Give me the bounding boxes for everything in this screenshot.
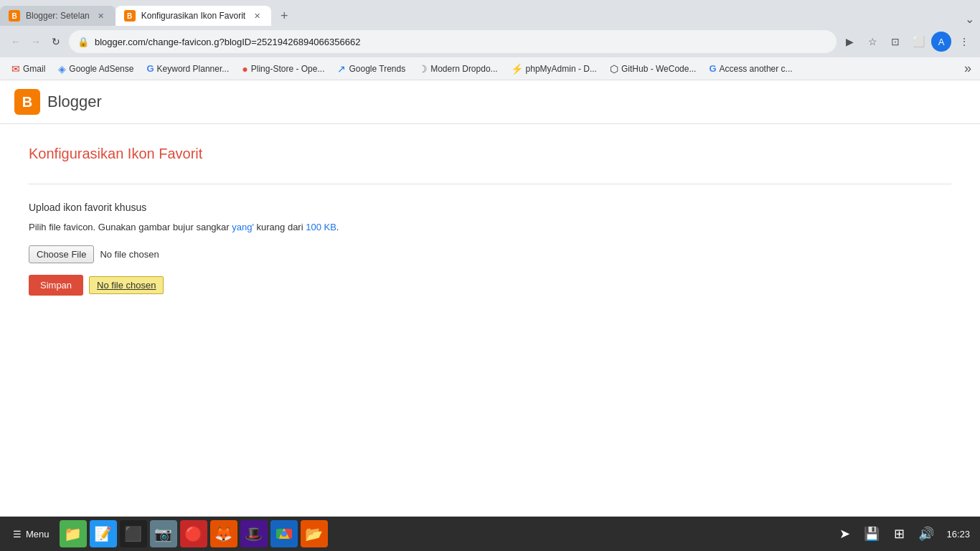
reading-mode-icon[interactable]: ⊡	[885, 32, 905, 52]
no-file-chosen-badge[interactable]: No file chosen	[89, 276, 164, 294]
bookmark-phpmyadmin[interactable]: ⚡ phpMyAdmin - D...	[505, 61, 603, 77]
tab-close-1[interactable]: ✕	[95, 10, 107, 22]
blogger-header: B Blogger	[0, 80, 980, 124]
taskbar-app-camera[interactable]: 📷	[150, 520, 177, 547]
taskbar-app-files[interactable]: 📁	[60, 520, 87, 547]
bookmark-star-icon[interactable]: ☆	[862, 32, 882, 52]
phpmyadmin-icon: ⚡	[511, 63, 523, 75]
taskbar: ☰ Menu 📁 📝 ⬛ 📷 🔴 🦊 🎩 📂 ➤ 💾 ⊞ 🔊 16	[0, 517, 980, 551]
lock-icon: 🔒	[77, 37, 89, 47]
taskbar-app-text[interactable]: 📝	[90, 520, 117, 547]
tab-list-chevron[interactable]: ⌄	[965, 12, 980, 26]
pling-icon: ●	[242, 63, 248, 75]
bookmark-phpmyadmin-label: phpMyAdmin - D...	[526, 64, 597, 74]
address-actions: ▶ ☆ ⊡ ⬜ A ⋮	[839, 32, 974, 52]
bookmarks-bar: ✉ Gmail ◈ Google AdSense G Keyword Plann…	[0, 57, 980, 80]
tab-favicon-2: B	[124, 10, 136, 22]
bookmark-adsense[interactable]: ◈ Google AdSense	[52, 61, 139, 77]
bookmarks-more-button[interactable]: »	[961, 61, 974, 76]
svg-point-2	[281, 531, 287, 537]
bookmark-keyword[interactable]: G Keyword Planner...	[141, 61, 235, 76]
keyword-icon: G	[146, 63, 154, 74]
bookmark-trends[interactable]: ↗ Google Trends	[331, 61, 411, 77]
address-bar: ← → ↻ 🔒 ▶ ☆ ⊡ ⬜ A ⋮	[0, 26, 980, 57]
file-input-row: Choose File No file chosen	[29, 245, 951, 263]
bookmark-modern[interactable]: ☽ Modern Dropdo...	[413, 61, 503, 77]
bookmark-gmail[interactable]: ✉ Gmail	[6, 61, 51, 77]
bookmark-pling-label: Pling-Store - Ope...	[251, 64, 325, 74]
profile-button[interactable]: A	[931, 32, 951, 52]
page-title: Konfigurasikan Ikon Favorit	[29, 146, 951, 162]
tab-blogger-setelan[interactable]: B Blogger: Setelan ✕	[0, 6, 116, 26]
taskbar-app-folder2[interactable]: 📂	[301, 520, 328, 547]
upload-section-label: Upload ikon favorit khusus	[29, 202, 951, 213]
taskbar-app-terminal[interactable]: ⬛	[120, 520, 147, 547]
page-area: B Blogger Konfigurasikan Ikon Favorit Up…	[0, 80, 980, 517]
choose-file-button[interactable]: Choose File	[29, 245, 94, 263]
taskbar-display-icon[interactable]: ⊞	[887, 522, 910, 545]
taskbar-app-firefox[interactable]: 🦊	[210, 520, 237, 547]
bookmark-modern-label: Modern Dropdo...	[430, 64, 497, 74]
menu-hamburger-icon: ☰	[13, 529, 22, 540]
taskbar-app-hat[interactable]: 🎩	[240, 520, 268, 547]
bookmark-access-label: Access another c...	[720, 64, 793, 74]
section-divider	[29, 184, 951, 184]
screenshot-icon[interactable]: ⬜	[908, 32, 928, 52]
tab-favicon-1: B	[9, 10, 20, 22]
modern-icon: ☽	[418, 63, 428, 75]
blogger-logo: B	[14, 89, 40, 115]
taskbar-menu-label: Menu	[26, 529, 50, 540]
bookmark-adsense-label: Google AdSense	[69, 64, 133, 74]
taskbar-arrow-icon[interactable]: ➤	[833, 522, 856, 545]
nav-forward-button[interactable]: →	[26, 32, 46, 52]
nav-reload-button[interactable]: ↻	[46, 32, 66, 52]
bookmark-github[interactable]: ⬡ GitHub - WeCode...	[604, 61, 702, 77]
taskbar-time: 16:23	[942, 529, 974, 540]
taskbar-storage-icon[interactable]: 💾	[860, 522, 883, 545]
file-info-link[interactable]: yang'	[232, 222, 254, 232]
file-size: 100 KB	[306, 222, 336, 232]
bookmark-gmail-label: Gmail	[23, 64, 45, 74]
blogger-logo-text: B	[22, 94, 32, 110]
bookmark-access[interactable]: G Access another c...	[703, 61, 798, 76]
address-input-wrap[interactable]: 🔒	[69, 30, 837, 53]
save-button[interactable]: Simpan	[29, 275, 83, 296]
main-content: Konfigurasikan Ikon Favorit Upload ikon …	[0, 124, 980, 317]
file-info-text: Pilih file favicon. Gunakan gambar bujur…	[29, 222, 951, 232]
bookmark-github-label: GitHub - WeCode...	[621, 64, 696, 74]
taskbar-app-redapp[interactable]: 🔴	[180, 520, 207, 547]
tab-title-2: Konfigurasikan Ikon Favorit	[141, 11, 245, 21]
address-input[interactable]	[95, 37, 828, 47]
menu-icon[interactable]: ⋮	[954, 32, 974, 52]
github-icon: ⬡	[610, 63, 618, 75]
bookmark-keyword-label: Keyword Planner...	[157, 64, 230, 74]
access-icon: G	[709, 63, 716, 74]
bookmark-pling[interactable]: ● Pling-Store - Ope...	[236, 61, 330, 77]
no-file-text: No file chosen	[100, 249, 159, 260]
taskbar-app-chrome[interactable]	[270, 520, 298, 547]
adsense-icon: ◈	[58, 63, 66, 75]
tab-konfigurasikan[interactable]: B Konfigurasikan Ikon Favorit ✕	[116, 6, 271, 26]
nav-back-button[interactable]: ←	[6, 32, 26, 52]
taskbar-volume-icon[interactable]: 🔊	[915, 522, 938, 545]
blogger-brand-name: Blogger	[47, 93, 102, 111]
tab-bar: B Blogger: Setelan ✕ B Konfigurasikan Ik…	[0, 0, 980, 26]
bookmark-trends-label: Google Trends	[349, 64, 405, 74]
taskbar-menu-button[interactable]: ☰ Menu	[6, 526, 57, 542]
tab-add-button[interactable]: +	[274, 6, 294, 26]
trends-icon: ↗	[337, 63, 346, 75]
extensions-icon[interactable]: ▶	[839, 32, 859, 52]
tab-close-2[interactable]: ✕	[251, 10, 263, 22]
tab-title-1: Blogger: Setelan	[26, 11, 90, 21]
action-row: Simpan No file chosen	[29, 275, 951, 296]
gmail-icon: ✉	[11, 63, 20, 75]
taskbar-right: ➤ 💾 ⊞ 🔊 16:23	[833, 522, 974, 545]
